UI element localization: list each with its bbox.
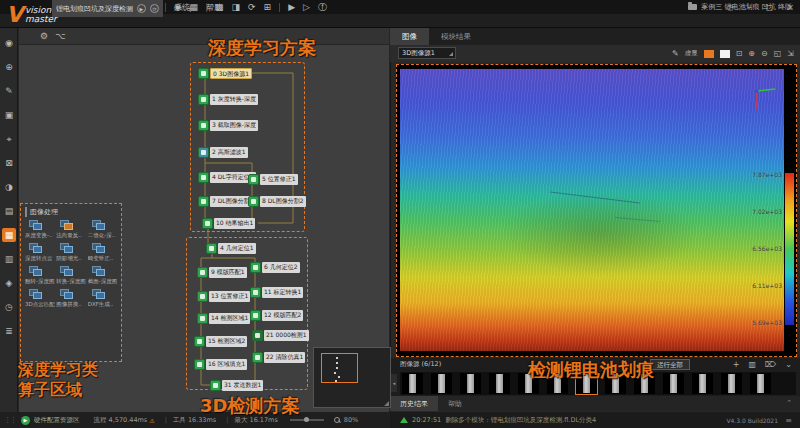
add-flow-tab-button[interactable]: +: [186, 3, 194, 14]
tab-图像[interactable]: 图像: [390, 28, 429, 45]
zoom-in-icon[interactable]: ⊕: [748, 49, 755, 58]
flow-node[interactable]: 15 检测区域2: [194, 336, 247, 347]
operator-item[interactable]: 转换-深度图: [56, 266, 87, 285]
list-tool-icon[interactable]: ≣: [2, 324, 16, 338]
zoom-out-icon[interactable]: ⊖: [761, 49, 768, 58]
flow-node[interactable]: 22 清除仿真1: [252, 352, 305, 363]
status-run-icon[interactable]: ▶: [21, 416, 30, 425]
flow-node[interactable]: 0 3D图像源1: [198, 68, 252, 79]
image-thumbnail[interactable]: [518, 373, 539, 394]
frame-tool-icon[interactable]: ▣: [2, 108, 16, 122]
wrench-icon[interactable]: ⚙: [40, 31, 48, 41]
image-source-dropdown[interactable]: 3D图像源1: [398, 47, 456, 59]
image-thumbnail[interactable]: [489, 373, 510, 394]
operator-item[interactable]: 3D点云匹配: [25, 289, 56, 308]
tab-历史结果[interactable]: 历史结果: [390, 396, 438, 411]
add-image-icon[interactable]: +: [733, 360, 740, 369]
run-flow-button[interactable]: ▶: [137, 4, 146, 13]
minimap-viewport[interactable]: [321, 353, 358, 383]
image-processing-tool-icon[interactable]: ▦: [2, 228, 16, 242]
zoom-slider[interactable]: [290, 419, 324, 421]
delete-icon[interactable]: ⌦: [765, 360, 776, 369]
flow-icon[interactable]: ⌥: [55, 31, 65, 41]
overlay-color-white[interactable]: [720, 50, 730, 58]
calibration-icon[interactable]: ◨: [232, 2, 241, 12]
operator-item[interactable]: 二值化-深..: [88, 220, 119, 239]
flow-node[interactable]: 4 几何定位1: [206, 243, 256, 254]
operator-item[interactable]: 灰度变换-..: [25, 220, 56, 239]
history-collapse-icon[interactable]: ⌃: [786, 399, 792, 407]
image-viewport[interactable]: 7.87e+037.02e+036.56e+036.11e+035.69e+03: [396, 64, 797, 357]
recognition-tool-icon[interactable]: ▤: [2, 204, 16, 218]
image-thumbnail[interactable]: [692, 373, 713, 394]
flow-node[interactable]: 21 0000检测1: [252, 330, 309, 341]
fit-view-icon[interactable]: ⊡: [736, 49, 743, 58]
filmstrip-collapse-arrow[interactable]: ◂: [391, 374, 397, 392]
run-all-button[interactable]: 运行全部: [650, 359, 690, 370]
function-icon[interactable]: ⓕ: [318, 1, 327, 14]
flow-node[interactable]: 3 截取图像-深度: [198, 120, 258, 131]
flow-node[interactable]: 10 结果输出1: [202, 218, 255, 229]
image-thumbnail[interactable]: [460, 373, 481, 394]
operator-item[interactable]: 截面-深度图: [88, 266, 119, 285]
flow-node[interactable]: 1 灰度转换-深度: [198, 94, 258, 105]
loop-flow-button[interactable]: ⟳: [150, 4, 159, 13]
one-to-one-icon[interactable]: ◱: [774, 49, 782, 58]
run-icon[interactable]: ▶: [288, 2, 295, 12]
color-tool-icon[interactable]: ◑: [2, 180, 16, 194]
light-config-icon[interactable]: ▩: [215, 2, 224, 12]
flow-node[interactable]: 4 DL字符定位1: [198, 172, 256, 183]
edit-overlay-icon[interactable]: ✎: [672, 49, 679, 58]
image-thumbnail[interactable]: [721, 373, 742, 394]
locate-tool-icon[interactable]: ⌖: [2, 132, 16, 146]
flow-node[interactable]: 7 DL图像分割1: [198, 196, 256, 207]
flow-node[interactable]: 8 DL图像分割2: [248, 196, 306, 207]
image-thumbnail[interactable]: [663, 373, 684, 394]
target-tool-icon[interactable]: ⊕: [2, 60, 16, 74]
tab-帮助[interactable]: 帮助: [438, 396, 472, 411]
flow-node[interactable]: 12 模版匹配2: [250, 310, 303, 321]
camera-tool-icon[interactable]: ◉: [2, 36, 16, 50]
operator-item[interactable]: 法向量反..: [56, 220, 87, 239]
histogram-tool-icon[interactable]: ▥: [2, 252, 16, 266]
overlay-color-orange[interactable]: [704, 50, 714, 58]
flow-node[interactable]: 13 位置修正1: [197, 291, 250, 302]
log-list-icon[interactable]: ≡: [785, 416, 792, 425]
operator-item[interactable]: 图像拼接..: [56, 289, 87, 308]
flow-node[interactable]: 2 高斯滤波1: [198, 147, 248, 158]
measure-tool-icon[interactable]: ⊠: [2, 156, 16, 170]
run-once-icon[interactable]: ▷: [303, 2, 310, 12]
flow-node[interactable]: 5 位置修正1: [248, 174, 298, 185]
image-thumbnail[interactable]: [634, 373, 655, 394]
flow-minimap[interactable]: [313, 347, 391, 408]
flow-node[interactable]: 31 发送数据1: [210, 380, 263, 391]
image-thumbnail[interactable]: [750, 373, 771, 394]
flow-node[interactable]: 14 检测区域1: [197, 313, 250, 324]
draw-tool-icon[interactable]: ✎: [2, 84, 16, 98]
grid-icon[interactable]: ⊞: [264, 2, 272, 12]
operator-item[interactable]: DXF生成..: [88, 289, 119, 308]
operator-item[interactable]: 翻转-深度图: [25, 266, 56, 285]
flow-node[interactable]: 16 区域填充1: [194, 359, 247, 370]
fullscreen-icon[interactable]: ⇲: [787, 49, 794, 58]
minimap-resize-handle[interactable]: [384, 401, 389, 406]
image-thumbnail[interactable]: [576, 373, 597, 394]
flow-node[interactable]: 9 模版匹配1: [197, 267, 247, 278]
operator-item[interactable]: 深度转点云: [25, 243, 56, 262]
timing-tool-icon[interactable]: ◷: [2, 300, 16, 314]
flow-node[interactable]: 6 几何定位2: [250, 262, 300, 273]
folder-icon[interactable]: ▥: [748, 360, 756, 369]
camera-icon[interactable]: ◉: [174, 2, 182, 12]
image-thumbnail[interactable]: [402, 373, 423, 394]
current-case[interactable]: 案例三 锂电池划痕 凹坑 终版: [688, 0, 792, 14]
image-thumbnail[interactable]: [605, 373, 626, 394]
flow-node[interactable]: 11 标定转换1: [250, 287, 303, 298]
operator-item[interactable]: 阴影增光..: [56, 243, 87, 262]
calib-3d-tool-icon[interactable]: ◈: [2, 276, 16, 290]
image-thumbnail[interactable]: [431, 373, 452, 394]
refresh-icon[interactable]: ⟳: [248, 2, 256, 12]
image-thumbnail[interactable]: [547, 373, 568, 394]
operator-item[interactable]: 畸变矫正..: [88, 243, 119, 262]
collapse-strip-icon[interactable]: ⌄: [785, 360, 792, 369]
tab-模块结果[interactable]: 模块结果: [429, 28, 483, 45]
